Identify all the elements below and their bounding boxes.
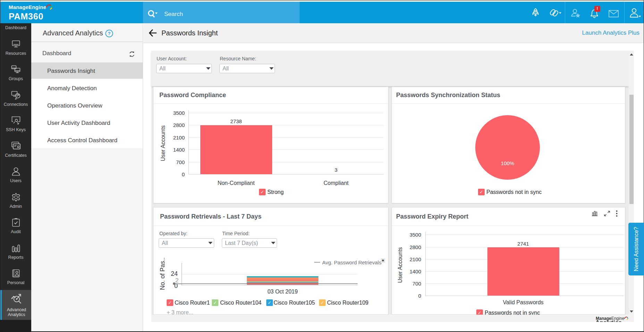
svg-text:?: ?: [108, 31, 111, 36]
